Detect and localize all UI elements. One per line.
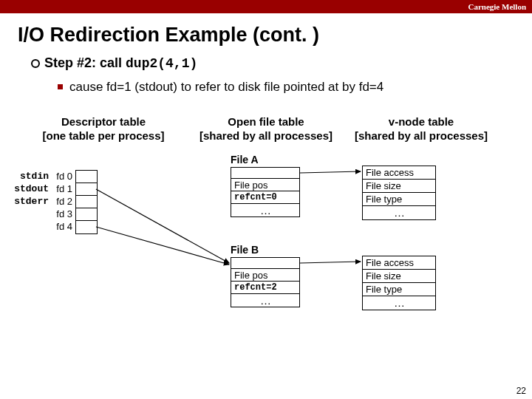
- file-a-dots: …: [231, 204, 299, 216]
- brand-text: Carnegie Mellon: [468, 2, 526, 11]
- descriptor-header: Descriptor table [one table per process]: [22, 115, 185, 143]
- fd0-label: fd 0: [53, 170, 72, 183]
- slide-title: I/O Redirection Example (cont. ): [18, 24, 532, 47]
- file-a-label: File A: [231, 154, 259, 166]
- std-names: stdin stdout stderr: [13, 170, 49, 208]
- stdout-label: stdout: [13, 183, 49, 195]
- fd-slot-2: [76, 196, 97, 208]
- file-b-hdr: [231, 258, 299, 269]
- vnode-a-access: File access: [363, 166, 435, 180]
- bullet-list: Step #2: call dup2(4,1) cause fd=1 (stdo…: [31, 55, 532, 95]
- oft-title: Open file table: [192, 115, 340, 129]
- svg-line-3: [300, 262, 361, 263]
- stderr-label: stderr: [13, 195, 49, 208]
- descriptor-title: Descriptor table: [22, 115, 185, 129]
- step-bullet: Step #2: call dup2(4,1): [31, 55, 532, 71]
- vnode-b: File access File size File type …: [362, 256, 436, 310]
- fd1-label: fd 1: [53, 183, 72, 195]
- vnode-b-type: File type: [363, 283, 435, 296]
- fd-slot-0: [76, 171, 97, 183]
- svg-line-0: [96, 189, 229, 263]
- step-code: dup2(4,1): [126, 56, 197, 71]
- fd-labels: fd 0 fd 1 fd 2 fd 3 fd 4: [53, 170, 72, 233]
- file-a-refcnt: refcnt=0: [231, 191, 299, 204]
- stdin-label: stdin: [13, 170, 49, 183]
- descriptor-table: [75, 170, 98, 234]
- page-number: 22: [516, 386, 526, 396]
- vnode-sub: [shared by all processes]: [347, 129, 495, 143]
- fd-slot-3: [76, 208, 97, 221]
- vnode-b-size: File size: [363, 270, 435, 283]
- file-b-dots: …: [231, 294, 299, 307]
- file-b-refcnt: refcnt=2: [231, 282, 299, 294]
- file-a-pos: File pos: [231, 179, 299, 191]
- vnode-a-size: File size: [363, 180, 435, 193]
- sub-bullet: cause fd=1 (stdout) to refer to disk fil…: [58, 80, 532, 95]
- vnode-a-type: File type: [363, 193, 435, 206]
- file-b-entry: File pos refcnt=2 …: [231, 257, 300, 307]
- vnode-a: File access File size File type …: [362, 166, 436, 220]
- diagram: stdin stdout stderr fd 0 fd 1 fd 2 fd 3 …: [0, 154, 532, 353]
- step-prefix: Step #2: call: [44, 55, 126, 70]
- file-b-label: File B: [231, 244, 259, 256]
- vnode-b-dots: …: [363, 296, 435, 310]
- oft-sub: [shared by all processes]: [192, 129, 340, 143]
- table-headers: Descriptor table [one table per process]…: [0, 115, 532, 143]
- vnode-title: v-node table: [347, 115, 495, 129]
- svg-line-1: [96, 227, 229, 265]
- file-a-hdr: [231, 168, 299, 179]
- oft-header: Open file table [shared by all processes…: [192, 115, 340, 143]
- vnode-header: v-node table [shared by all processes]: [347, 115, 495, 143]
- fd-slot-4: [76, 221, 97, 233]
- brand-bar: Carnegie Mellon: [0, 0, 532, 13]
- vnode-a-dots: …: [363, 206, 435, 219]
- file-b-pos: File pos: [231, 269, 299, 282]
- fd3-label: fd 3: [53, 208, 72, 220]
- fd-slot-1: [76, 183, 97, 196]
- vnode-b-access: File access: [363, 256, 435, 270]
- fd2-label: fd 2: [53, 195, 72, 208]
- svg-line-2: [300, 171, 361, 173]
- fd4-label: fd 4: [53, 220, 72, 233]
- descriptor-sub: [one table per process]: [22, 129, 185, 143]
- file-a-entry: File pos refcnt=0 …: [231, 167, 300, 217]
